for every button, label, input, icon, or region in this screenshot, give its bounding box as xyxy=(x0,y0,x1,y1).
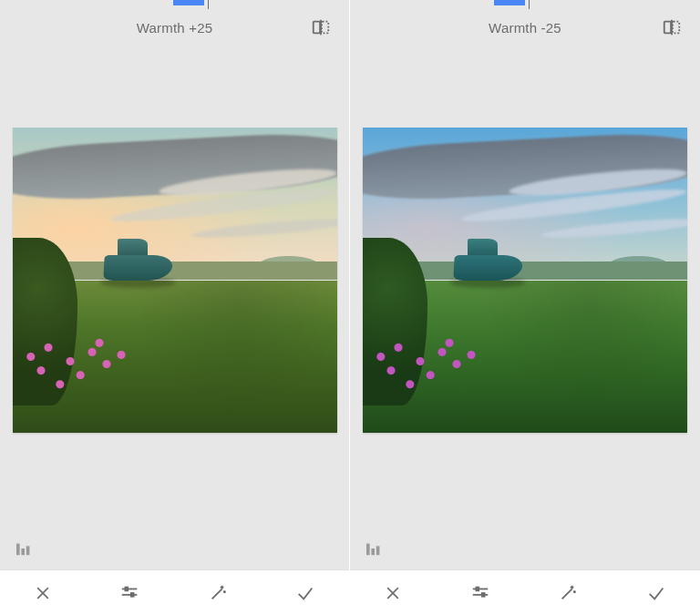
slider-handle[interactable] xyxy=(494,0,525,5)
lower-space xyxy=(350,433,700,569)
svg-rect-28 xyxy=(482,593,485,597)
check-icon xyxy=(646,583,666,603)
check-icon xyxy=(295,583,315,603)
magic-wand-icon xyxy=(558,583,578,603)
lower-space xyxy=(0,433,349,569)
svg-rect-18 xyxy=(673,22,679,34)
svg-line-29 xyxy=(562,589,572,599)
svg-rect-5 xyxy=(26,546,30,555)
svg-rect-9 xyxy=(126,587,129,590)
close-icon xyxy=(34,584,52,602)
cancel-button[interactable] xyxy=(376,577,409,610)
slider-tick-center xyxy=(208,0,209,9)
tune-button[interactable] xyxy=(463,576,498,610)
svg-rect-21 xyxy=(371,548,375,555)
histogram-icon[interactable] xyxy=(15,540,35,557)
tune-button[interactable] xyxy=(112,576,147,610)
adjustment-label: Warmth +25 xyxy=(137,20,213,36)
adjustment-label: Warmth -25 xyxy=(489,20,561,36)
close-icon xyxy=(384,584,402,602)
svg-rect-20 xyxy=(366,544,370,556)
cancel-button[interactable] xyxy=(26,577,59,610)
svg-line-12 xyxy=(211,589,221,599)
apply-button[interactable] xyxy=(639,576,674,610)
slider-tick-center xyxy=(529,0,530,9)
autofix-button[interactable] xyxy=(201,576,235,610)
slider-handle[interactable] xyxy=(173,0,204,5)
svg-rect-3 xyxy=(16,544,20,556)
histogram-icon[interactable] xyxy=(365,540,385,557)
compare-icon[interactable] xyxy=(662,17,682,37)
autofix-button[interactable] xyxy=(551,576,585,610)
svg-rect-11 xyxy=(131,593,134,597)
svg-rect-17 xyxy=(664,22,671,34)
header: Warmth +25 xyxy=(0,0,349,55)
compare-icon[interactable] xyxy=(311,17,331,37)
tune-icon xyxy=(470,583,490,603)
svg-rect-4 xyxy=(21,548,25,555)
svg-rect-22 xyxy=(376,546,380,555)
header: Warmth -25 xyxy=(350,0,700,55)
canvas-area xyxy=(0,55,349,433)
apply-button[interactable] xyxy=(288,576,323,610)
svg-rect-1 xyxy=(322,22,328,34)
photo-preview[interactable] xyxy=(363,128,687,433)
canvas-area xyxy=(350,55,700,433)
tune-icon xyxy=(119,583,139,603)
svg-rect-26 xyxy=(476,587,479,590)
magic-wand-icon xyxy=(208,583,228,603)
editor-panel-right: Warmth -25 xyxy=(350,0,700,615)
photo-preview[interactable] xyxy=(13,128,337,433)
toolbar xyxy=(350,569,700,615)
toolbar xyxy=(0,569,349,615)
svg-rect-0 xyxy=(314,22,320,34)
editor-panel-left: Warmth +25 xyxy=(0,0,350,615)
